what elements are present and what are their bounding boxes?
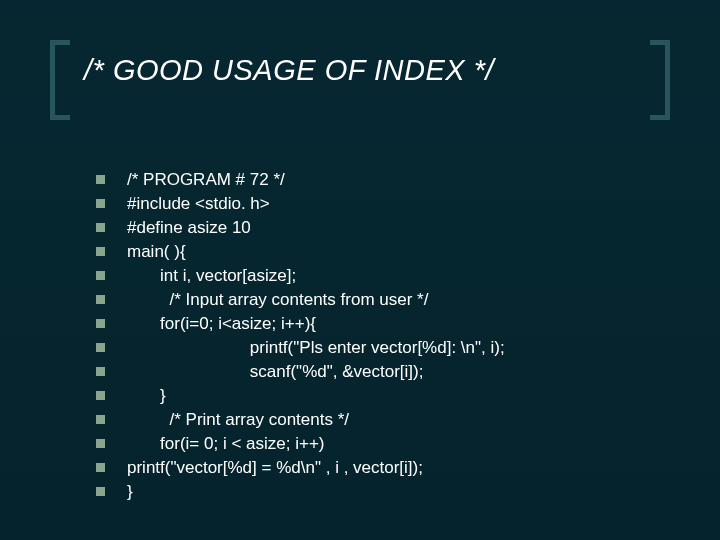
slide-title: /* GOOD USAGE OF INDEX */ <box>84 54 494 87</box>
bullet-icon <box>96 391 105 400</box>
code-line: printf("vector[%d] = %d\n" , i , vector[… <box>127 458 423 478</box>
left-bracket-decoration <box>50 40 70 120</box>
bullet-icon <box>96 247 105 256</box>
slide-body: /* PROGRAM # 72 */ #include <stdio. h> #… <box>96 170 660 506</box>
list-item: for(i=0; i<asize; i++){ <box>96 314 660 334</box>
code-line: for(i= 0; i < asize; i++) <box>127 434 324 454</box>
slide: /* GOOD USAGE OF INDEX */ /* PROGRAM # 7… <box>0 0 720 540</box>
list-item: int i, vector[asize]; <box>96 266 660 286</box>
list-item: } <box>96 482 660 502</box>
list-item: } <box>96 386 660 406</box>
code-line: /* PROGRAM # 72 */ <box>127 170 285 190</box>
code-line: #define asize 10 <box>127 218 251 238</box>
bullet-icon <box>96 439 105 448</box>
bullet-icon <box>96 487 105 496</box>
bullet-icon <box>96 343 105 352</box>
code-line: #include <stdio. h> <box>127 194 270 214</box>
list-item: printf("Pls enter vector[%d]: \n", i); <box>96 338 660 358</box>
list-item: /* Input array contents from user */ <box>96 290 660 310</box>
code-line: int i, vector[asize]; <box>127 266 296 286</box>
bullet-icon <box>96 415 105 424</box>
list-item: scanf("%d", &vector[i]); <box>96 362 660 382</box>
bullet-icon <box>96 319 105 328</box>
code-line: scanf("%d", &vector[i]); <box>127 362 423 382</box>
code-line: } <box>127 386 166 406</box>
code-line: main( ){ <box>127 242 186 262</box>
bullet-icon <box>96 271 105 280</box>
title-area: /* GOOD USAGE OF INDEX */ <box>50 48 670 128</box>
code-line: /* Input array contents from user */ <box>127 290 428 310</box>
bullet-icon <box>96 367 105 376</box>
list-item: /* PROGRAM # 72 */ <box>96 170 660 190</box>
list-item: #define asize 10 <box>96 218 660 238</box>
code-line: for(i=0; i<asize; i++){ <box>127 314 316 334</box>
list-item: printf("vector[%d] = %d\n" , i , vector[… <box>96 458 660 478</box>
bullet-icon <box>96 223 105 232</box>
list-item: #include <stdio. h> <box>96 194 660 214</box>
code-line: printf("Pls enter vector[%d]: \n", i); <box>127 338 505 358</box>
bullet-icon <box>96 295 105 304</box>
list-item: for(i= 0; i < asize; i++) <box>96 434 660 454</box>
code-line: /* Print array contents */ <box>127 410 349 430</box>
code-line: } <box>127 482 133 502</box>
bullet-icon <box>96 175 105 184</box>
list-item: /* Print array contents */ <box>96 410 660 430</box>
right-bracket-decoration <box>650 40 670 120</box>
list-item: main( ){ <box>96 242 660 262</box>
bullet-icon <box>96 199 105 208</box>
bullet-icon <box>96 463 105 472</box>
